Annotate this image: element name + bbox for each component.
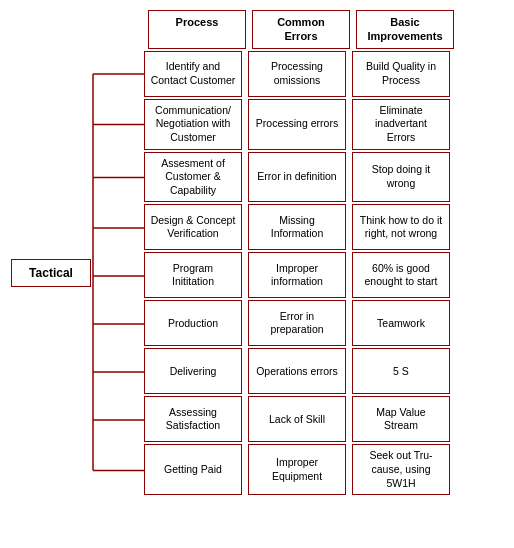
table-row: Getting Paid ImproperEquipment Seek out … xyxy=(144,444,450,495)
basic-cell: 60% is goodenought to start xyxy=(352,252,450,298)
table-row: Assesment ofCustomer &Capability Error i… xyxy=(144,152,450,203)
process-cell: Assesment ofCustomer &Capability xyxy=(144,152,242,203)
table-row: Design & ConceptVerification MissingInfo… xyxy=(144,204,450,250)
header-common-errors: CommonErrors xyxy=(252,10,350,49)
table-row: AssessingSatisfaction Lack of Skill Map … xyxy=(144,396,450,442)
table-row: ProgramInititation Improperinformation 6… xyxy=(144,252,450,298)
common-cell: Error inpreparation xyxy=(248,300,346,346)
common-cell: Error in definition xyxy=(248,152,346,203)
process-cell: Design & ConceptVerification xyxy=(144,204,242,250)
basic-cell: EliminateinadvertantErrors xyxy=(352,99,450,150)
table-row: Production Error inpreparation Teamwork xyxy=(144,300,450,346)
common-cell: Operations errors xyxy=(248,348,346,394)
common-cell: Improperinformation xyxy=(248,252,346,298)
common-cell: ImproperEquipment xyxy=(248,444,346,495)
basic-cell: Teamwork xyxy=(352,300,450,346)
table-row: Delivering Operations errors 5 S xyxy=(144,348,450,394)
common-cell: MissingInformation xyxy=(248,204,346,250)
process-cell: Delivering xyxy=(144,348,242,394)
table-row: Communication/Negotiation withCustomer P… xyxy=(144,99,450,150)
basic-cell: Think how to do itright, not wrong xyxy=(352,204,450,250)
connector-area xyxy=(92,51,144,496)
diagram: Process CommonErrors BasicImprovements T… xyxy=(10,10,504,496)
process-cell: AssessingSatisfaction xyxy=(144,396,242,442)
common-cell: Lack of Skill xyxy=(248,396,346,442)
process-cell: Production xyxy=(144,300,242,346)
header-process: Process xyxy=(148,10,246,49)
basic-cell: Stop doing itwrong xyxy=(352,152,450,203)
process-cell: Communication/Negotiation withCustomer xyxy=(144,99,242,150)
basic-cell: Build Quality inProcess xyxy=(352,51,450,97)
connector-lines xyxy=(92,51,144,496)
tactical-box: Tactical xyxy=(11,259,91,287)
process-cell: Identify andContact Customer xyxy=(144,51,242,97)
basic-cell: 5 S xyxy=(352,348,450,394)
process-cell: Getting Paid xyxy=(144,444,242,495)
data-columns: Identify andContact Customer Processingo… xyxy=(144,51,450,496)
basic-cell: Map ValueStream xyxy=(352,396,450,442)
common-cell: Processingomissions xyxy=(248,51,346,97)
common-cell: Processing errors xyxy=(248,99,346,150)
basic-cell: Seek out Tru-cause, using5W1H xyxy=(352,444,450,495)
process-cell: ProgramInititation xyxy=(144,252,242,298)
table-row: Identify andContact Customer Processingo… xyxy=(144,51,450,97)
header-basic-improvements: BasicImprovements xyxy=(356,10,454,49)
